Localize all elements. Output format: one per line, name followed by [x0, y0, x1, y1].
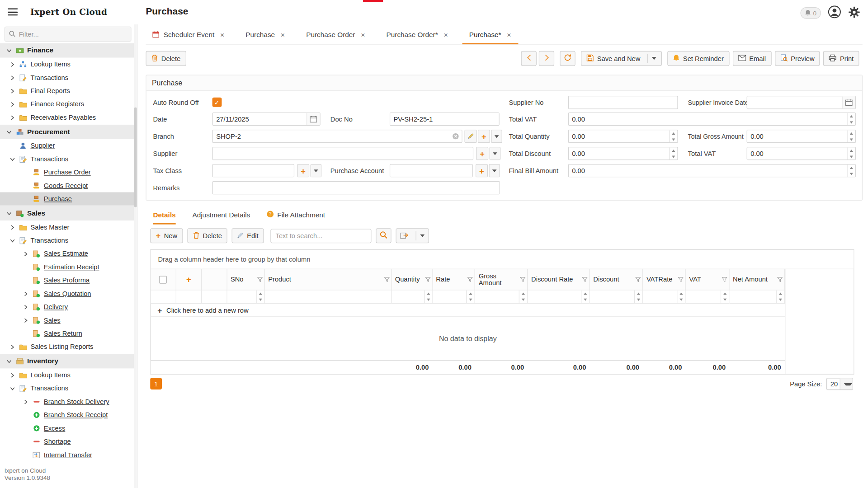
chevron-down-icon[interactable] [5, 211, 12, 216]
column-header-vat[interactable]: VAT [686, 269, 730, 291]
nav-next-button[interactable] [539, 51, 554, 66]
chevron-right-icon[interactable] [9, 373, 16, 378]
filter-funnel-icon[interactable] [425, 276, 430, 283]
column-header-rate[interactable]: Rate [433, 269, 475, 291]
calendar-icon[interactable] [842, 96, 855, 108]
filter-cell-rate[interactable] [433, 290, 475, 303]
sidebar-item-sales-quotation[interactable]: Sales Quotation [0, 287, 134, 300]
chevron-right-icon[interactable] [9, 75, 16, 80]
sidebar-item-lookup-items[interactable]: Lookup Items [0, 368, 134, 381]
doc-no-field[interactable] [390, 113, 500, 126]
chevron-down-icon[interactable] [9, 386, 16, 390]
spinner[interactable] [519, 290, 527, 303]
date-input[interactable] [213, 115, 307, 123]
supplier-no-input[interactable] [569, 99, 677, 106]
calendar-icon[interactable] [307, 113, 320, 125]
final-bill-amount-input[interactable] [569, 167, 847, 174]
page-size-select[interactable]: 20 [826, 378, 853, 390]
filter-cell-discount-rate[interactable] [528, 290, 590, 303]
export-options-dropdown[interactable] [416, 231, 425, 240]
clear-icon[interactable] [449, 133, 462, 140]
gear-icon[interactable] [848, 6, 860, 20]
tab-purchase[interactable]: Purchase✕ [239, 27, 292, 44]
group-by-bar[interactable]: Drag a column header here to group by th… [151, 250, 854, 269]
sidebar-item-shortage[interactable]: Shortage [0, 435, 134, 448]
total-discount-input[interactable] [569, 150, 669, 157]
sidebar-item-branch-stock-receipt[interactable]: Branch Stock Receipt [0, 408, 134, 422]
sidebar-item-sales[interactable]: Sales [0, 314, 134, 327]
close-icon[interactable]: ✕ [361, 32, 365, 38]
chevron-right-icon[interactable] [22, 305, 29, 310]
delete-button[interactable]: Delete [146, 51, 186, 66]
sidebar-filter-input[interactable] [19, 30, 127, 38]
sidebar-item-inventory[interactable]: Inventory [0, 354, 134, 368]
nav-previous-button[interactable] [521, 51, 537, 66]
sidebar-filter[interactable] [5, 27, 132, 42]
sidebar-item-supplier[interactable]: Supplier [0, 139, 134, 152]
sidebar-item-transactions[interactable]: Transactions [0, 71, 134, 84]
column-header-gross-amount[interactable]: Gross Amount [475, 269, 528, 291]
purchase-account-field[interactable] [390, 164, 473, 177]
spinner[interactable] [847, 113, 855, 125]
spinner[interactable] [847, 147, 855, 160]
sidebar-item-lookup-items[interactable]: Lookup Items [0, 58, 134, 71]
notifications-button[interactable]: 0 [800, 7, 821, 19]
sidebar-item-sales-master[interactable]: Sales Master [0, 221, 134, 234]
sidebar-item-excess[interactable]: Excess [0, 422, 134, 435]
sidebar-item-estimation-receipt[interactable]: Estimation Receipt [0, 260, 134, 273]
filter-funnel-icon[interactable] [582, 276, 588, 283]
sidebar-item-sales-proforma[interactable]: Sales Proforma [0, 274, 134, 287]
column-header-quantity[interactable]: Quantity [392, 269, 433, 291]
column-header-vatrate[interactable]: VATRate [643, 269, 686, 291]
preview-button[interactable]: Preview [775, 51, 820, 66]
grid-add-column-button[interactable]: + [176, 269, 202, 291]
grid-delete-button[interactable]: Delete [187, 228, 227, 243]
sidebar-item-sales-listing-reports[interactable]: Sales Listing Reports [0, 340, 134, 353]
filter-funnel-icon[interactable] [257, 276, 263, 283]
sidebar-scrollbar[interactable] [134, 24, 137, 488]
tax-class-field[interactable] [212, 164, 294, 177]
purchase-account-input[interactable] [390, 167, 472, 174]
chevron-right-icon[interactable] [9, 102, 16, 107]
total-quantity-field[interactable] [568, 130, 678, 143]
column-header-net-amount[interactable]: Net Amount [730, 269, 785, 291]
print-button[interactable]: Print [823, 51, 859, 66]
sidebar-item-sales-return[interactable]: Sales Return [0, 327, 134, 340]
branch-input[interactable] [213, 132, 450, 140]
tab-scheduler-event[interactable]: Scheduler Event✕ [146, 27, 231, 44]
supplier-invoice-date-field[interactable] [747, 96, 856, 109]
chevron-down-icon[interactable] [5, 48, 12, 52]
final-bill-amount-field[interactable] [568, 164, 856, 177]
remarks-field[interactable] [212, 181, 500, 194]
filter-cell-net-amount[interactable] [730, 290, 785, 303]
filter-funnel-icon[interactable] [467, 276, 473, 283]
chevron-down-icon[interactable] [5, 359, 12, 363]
grid-export-button[interactable] [396, 228, 429, 243]
supplier-field[interactable] [212, 147, 473, 160]
chevron-right-icon[interactable] [22, 291, 29, 296]
tax-class-input[interactable] [213, 167, 294, 174]
sidebar-item-purchase[interactable]: Purchase [0, 192, 134, 205]
filter-funnel-icon[interactable] [777, 276, 783, 283]
save-options-dropdown[interactable] [647, 54, 656, 63]
filter-funnel-icon[interactable] [635, 276, 641, 283]
column-header-discount[interactable]: Discount [590, 269, 643, 291]
spinner[interactable] [256, 290, 264, 303]
tab-purchase[interactable]: Purchase*✕ [462, 27, 518, 44]
filter-cell-sno[interactable] [227, 290, 265, 303]
user-icon[interactable] [828, 5, 841, 20]
grid-search-button[interactable] [376, 228, 391, 243]
spinner[interactable] [721, 290, 729, 303]
grid-search-input[interactable] [271, 229, 372, 243]
sidebar-item-branch-stock-delivery[interactable]: Branch Stock Delivery [0, 395, 134, 408]
close-icon[interactable]: ✕ [280, 32, 285, 38]
purchase-account-dropdown-button[interactable] [489, 164, 500, 177]
total-gross-amount-field[interactable] [747, 130, 856, 143]
refresh-button[interactable] [560, 51, 576, 66]
close-icon[interactable]: ✕ [507, 32, 511, 38]
chevron-right-icon[interactable] [9, 89, 16, 94]
grid-edit-button[interactable]: Edit [232, 228, 264, 243]
sidebar-item-procurement[interactable]: Procurement [0, 125, 134, 139]
total-discount-field[interactable] [568, 147, 678, 160]
total-gross-amount-input[interactable] [747, 132, 847, 140]
